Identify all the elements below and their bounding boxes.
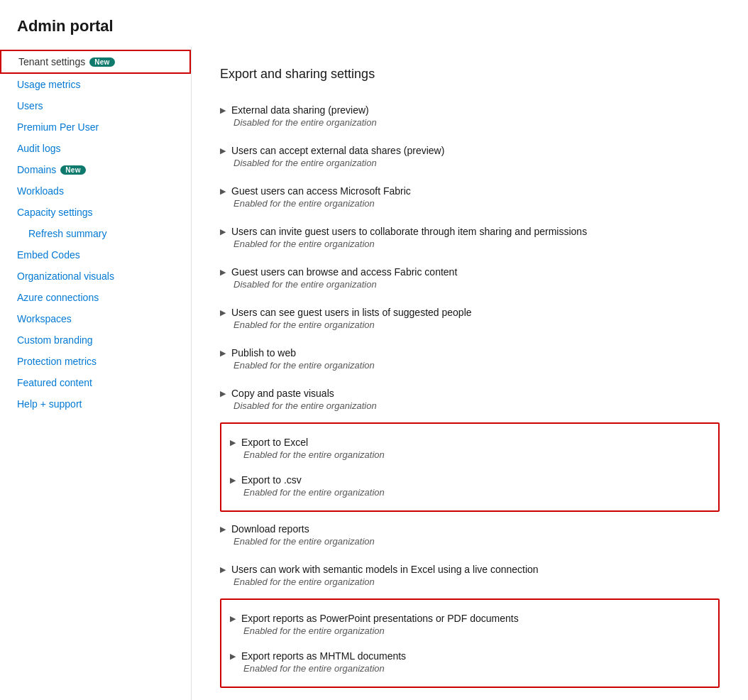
- sidebar-item-label: Tenant settings: [18, 56, 85, 67]
- sidebar-item-custom-branding[interactable]: Custom branding: [0, 329, 191, 351]
- chevron-right-icon[interactable]: ▶: [220, 389, 226, 398]
- setting-name: Guest users can access Microsoft Fabric: [231, 185, 411, 197]
- setting-status: Disabled for the entire organization: [233, 158, 720, 168]
- highlight-group-group1: ▶Export to ExcelEnabled for the entire o…: [220, 422, 720, 512]
- setting-item-export-word: ▶Export reports as Word documents: [220, 691, 720, 700]
- setting-status: Enabled for the entire organization: [233, 576, 720, 587]
- badge-new: New: [60, 165, 85, 175]
- sidebar-item-label: Premium Per User: [17, 121, 99, 133]
- sidebar-item-label: Capacity settings: [17, 207, 93, 218]
- setting-status: Disabled for the entire organization: [233, 400, 720, 411]
- settings-list: ▶External data sharing (preview)Disabled…: [220, 96, 720, 700]
- sidebar-item-label: Workloads: [17, 185, 64, 197]
- setting-name: Export reports as MHTML documents: [241, 650, 406, 662]
- sidebar-item-capacity-settings[interactable]: Capacity settings: [0, 202, 191, 223]
- chevron-right-icon[interactable]: ▶: [220, 187, 226, 196]
- sidebar-item-domains[interactable]: DomainsNew: [0, 159, 191, 180]
- chevron-right-icon[interactable]: ▶: [220, 106, 226, 115]
- setting-status: Enabled for the entire organization: [233, 360, 720, 371]
- chevron-right-icon[interactable]: ▶: [220, 227, 226, 236]
- setting-name: Export reports as PowerPoint presentatio…: [241, 613, 519, 624]
- sidebar-item-premium-per-user[interactable]: Premium Per User: [0, 116, 191, 138]
- section-title: Export and sharing settings: [220, 67, 720, 82]
- setting-status: Enabled for the entire organization: [233, 198, 720, 209]
- sidebar-item-label: Help + support: [17, 398, 82, 410]
- setting-item-guest-browse-fabric: ▶Guest users can browse and access Fabri…: [220, 258, 720, 298]
- setting-name: Publish to web: [231, 347, 296, 359]
- setting-item-accept-external-data-shares: ▶Users can accept external data shares (…: [220, 136, 720, 177]
- setting-name: Copy and paste visuals: [231, 388, 334, 399]
- setting-item-download-reports: ▶Download reportsEnabled for the entire …: [220, 515, 720, 555]
- app-container: Admin portal Tenant settingsNewUsage met…: [0, 0, 748, 700]
- setting-name: Users can work with semantic models in E…: [231, 564, 539, 575]
- sidebar-item-label: Organizational visuals: [17, 270, 114, 282]
- setting-status: Disabled for the entire organization: [233, 279, 720, 290]
- setting-status: Disabled for the entire organization: [233, 117, 720, 128]
- setting-item-guest-access-fabric: ▶Guest users can access Microsoft Fabric…: [220, 177, 720, 217]
- sidebar-item-label: Audit logs: [17, 143, 60, 154]
- sidebar-item-label: Featured content: [17, 377, 92, 388]
- chevron-right-icon[interactable]: ▶: [220, 268, 226, 277]
- highlight-group-group2: ▶Export reports as PowerPoint presentati…: [220, 598, 720, 688]
- sidebar-item-refresh-summary[interactable]: Refresh summary: [0, 223, 191, 244]
- sidebar: Tenant settingsNewUsage metricsUsersPrem…: [0, 47, 192, 700]
- sidebar-item-tenant-settings[interactable]: Tenant settingsNew: [0, 50, 191, 74]
- sidebar-item-label: Azure connections: [17, 292, 99, 303]
- setting-status: Enabled for the entire organization: [233, 319, 720, 330]
- content-area: Tenant settingsNewUsage metricsUsersPrem…: [0, 47, 748, 700]
- chevron-right-icon[interactable]: ▶: [230, 652, 236, 661]
- sidebar-item-label: Protection metrics: [17, 356, 97, 367]
- sidebar-item-label: Usage metrics: [17, 79, 80, 90]
- setting-item-copy-paste-visuals: ▶Copy and paste visualsDisabled for the …: [220, 379, 720, 420]
- setting-name: Users can see guest users in lists of su…: [231, 307, 472, 318]
- setting-name: Users can invite guest users to collabor…: [231, 226, 587, 237]
- setting-item-external-data-sharing: ▶External data sharing (preview)Disabled…: [220, 96, 720, 136]
- setting-name: Download reports: [231, 523, 309, 535]
- chevron-right-icon[interactable]: ▶: [230, 476, 236, 485]
- setting-name: Export to Excel: [241, 437, 308, 448]
- setting-item-publish-to-web: ▶Publish to webEnabled for the entire or…: [220, 339, 720, 379]
- setting-name: Export to .csv: [241, 474, 302, 486]
- sidebar-item-embed-codes[interactable]: Embed Codes: [0, 244, 191, 266]
- sidebar-item-usage-metrics[interactable]: Usage metrics: [0, 74, 191, 95]
- chevron-right-icon[interactable]: ▶: [220, 308, 226, 317]
- chevron-right-icon[interactable]: ▶: [220, 349, 226, 358]
- chevron-right-icon[interactable]: ▶: [230, 614, 236, 623]
- setting-name: External data sharing (preview): [231, 104, 369, 116]
- sidebar-item-organizational-visuals[interactable]: Organizational visuals: [0, 266, 191, 287]
- setting-status: Enabled for the entire organization: [243, 625, 710, 636]
- setting-item-export-csv: ▶Export to .csvEnabled for the entire or…: [230, 467, 710, 505]
- sidebar-item-label: Embed Codes: [17, 249, 80, 261]
- setting-status: Enabled for the entire organization: [243, 663, 710, 674]
- setting-item-guest-users-suggested: ▶Users can see guest users in lists of s…: [220, 298, 720, 339]
- sidebar-item-protection-metrics[interactable]: Protection metrics: [0, 351, 191, 372]
- main-content: Export and sharing settings ▶External da…: [192, 47, 748, 700]
- sidebar-item-label: Domains: [17, 164, 56, 175]
- sidebar-item-help-support[interactable]: Help + support: [0, 393, 191, 415]
- sidebar-item-workspaces[interactable]: Workspaces: [0, 308, 191, 329]
- setting-item-export-mhtml: ▶Export reports as MHTML documentsEnable…: [230, 643, 710, 681]
- setting-item-semantic-models-excel: ▶Users can work with semantic models in …: [220, 555, 720, 596]
- chevron-right-icon[interactable]: ▶: [220, 565, 226, 574]
- setting-status: Enabled for the entire organization: [233, 239, 720, 249]
- sidebar-item-users[interactable]: Users: [0, 95, 191, 116]
- setting-status: Enabled for the entire organization: [243, 487, 710, 498]
- sidebar-item-workloads[interactable]: Workloads: [0, 180, 191, 202]
- sidebar-item-label: Workspaces: [17, 313, 72, 324]
- setting-name: Users can accept external data shares (p…: [231, 145, 444, 156]
- setting-item-invite-guest-users: ▶Users can invite guest users to collabo…: [220, 217, 720, 258]
- chevron-right-icon[interactable]: ▶: [230, 438, 236, 447]
- sidebar-item-audit-logs[interactable]: Audit logs: [0, 138, 191, 159]
- sidebar-item-label: Users: [17, 100, 43, 111]
- setting-status: Enabled for the entire organization: [233, 536, 720, 547]
- sidebar-item-azure-connections[interactable]: Azure connections: [0, 287, 191, 308]
- chevron-right-icon[interactable]: ▶: [220, 525, 226, 534]
- chevron-right-icon[interactable]: ▶: [220, 146, 226, 155]
- sidebar-item-label: Custom branding: [17, 334, 93, 346]
- sidebar-item-label: Refresh summary: [28, 228, 106, 239]
- setting-name: Guest users can browse and access Fabric…: [231, 266, 457, 278]
- setting-item-export-excel: ▶Export to ExcelEnabled for the entire o…: [230, 430, 710, 467]
- setting-item-export-powerpoint-pdf: ▶Export reports as PowerPoint presentati…: [230, 606, 710, 643]
- sidebar-item-featured-content[interactable]: Featured content: [0, 372, 191, 393]
- badge-new: New: [89, 58, 114, 67]
